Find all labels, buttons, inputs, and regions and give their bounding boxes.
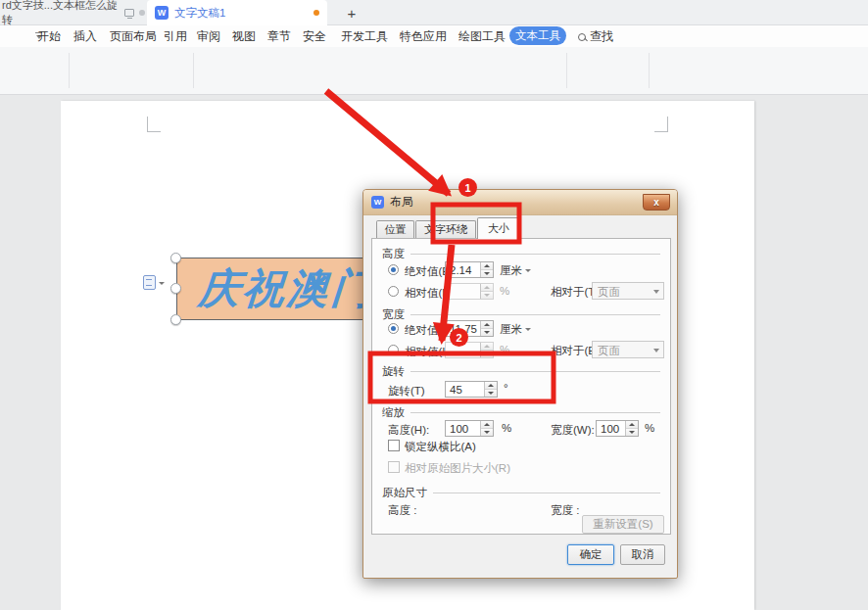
rotate-group-caption: 旋转 (382, 364, 660, 379)
find-button[interactable]: 查找 (578, 28, 613, 45)
ok-button[interactable]: 确定 (567, 544, 614, 565)
annotation-step-2: 2 (450, 328, 468, 347)
search-icon (578, 33, 586, 41)
degree-label: ° (504, 382, 508, 394)
spin-up-icon[interactable] (481, 321, 493, 328)
spin-down-icon[interactable] (481, 328, 493, 336)
ribbon-toolbar: A+ A- ab A A A A A A A A (0, 47, 868, 95)
menu-home[interactable]: 开始 (37, 28, 61, 45)
annotation-step-1: 1 (458, 178, 477, 197)
group-divider (649, 53, 650, 88)
spin-down-icon (481, 350, 493, 357)
tab-text-wrap[interactable]: 文字环绕 (415, 220, 476, 238)
margin-mark-top-left (147, 117, 161, 132)
menu-drawing-tools[interactable]: 绘图工具 (458, 28, 506, 45)
spin-up-icon (481, 284, 493, 291)
width-absolute-radio[interactable] (388, 323, 399, 334)
height-absolute-input[interactable]: 2.14 (445, 261, 494, 278)
tab-size[interactable]: 大小 (477, 217, 520, 239)
menu-view[interactable]: 视图 (232, 28, 256, 45)
spin-up-icon[interactable] (481, 421, 493, 428)
margin-mark-top-right (654, 117, 668, 132)
width-group-caption: 宽度 (382, 307, 660, 322)
menu-security[interactable]: 安全 (303, 28, 326, 45)
tab-previous-document[interactable]: rd文字技...文本框怎么旋转 (0, 0, 145, 25)
tab-text-tools[interactable]: 文本工具 (509, 26, 566, 45)
find-label: 查找 (590, 28, 613, 45)
relative-to-original-label: 相对原始图片大小(R) (405, 461, 510, 476)
tab-previous-label: rd文字技...文本框怎么旋转 (2, 0, 120, 27)
menu-insert[interactable]: 插入 (73, 28, 97, 45)
scale-width-input[interactable]: 100 (596, 420, 639, 437)
width-relative-radio[interactable] (388, 345, 399, 355)
spin-up-icon[interactable] (481, 262, 493, 269)
height-relative-input (445, 283, 494, 300)
menu-bar: 开始 插入 页面布局 引用 审阅 视图 章节 安全 开发工具 特色应用 绘图工具… (0, 25, 868, 47)
spin-up-icon (481, 343, 493, 350)
spin-up-icon[interactable] (485, 382, 497, 389)
scale-height-label: 高度(H): (388, 423, 429, 438)
resize-handle-middle-left[interactable] (170, 283, 181, 294)
dialog-title: 布局 (390, 194, 413, 211)
group-divider (193, 53, 194, 88)
unsaved-dot-icon (313, 10, 319, 16)
monitor-icon (124, 9, 134, 17)
relative-to-original-checkbox (388, 461, 400, 473)
wps-logo-icon: W (155, 6, 169, 20)
menu-references[interactable]: 引用 (164, 28, 187, 45)
scale-height-input[interactable]: 100 (445, 420, 494, 437)
width-percent-label: % (500, 344, 509, 355)
dialog-title-bar[interactable]: W 布局 (363, 190, 677, 215)
lock-aspect-ratio-label: 锁定纵横比(A) (405, 440, 476, 454)
height-relative-radio[interactable] (388, 286, 399, 297)
spin-down-icon[interactable] (481, 269, 493, 277)
cancel-button[interactable]: 取消 (620, 544, 665, 565)
dialog-close-button[interactable]: x (643, 194, 670, 211)
height-relative-to-dropdown: 页面 (592, 282, 664, 300)
tab-status-dot (139, 10, 145, 16)
layout-options-caret-icon[interactable] (159, 282, 165, 285)
menu-dev-tools[interactable]: 开发工具 (341, 28, 388, 45)
spin-down-icon[interactable] (626, 428, 638, 436)
scale-group-caption: 缩放 (382, 405, 660, 420)
wps-logo-icon: W (371, 196, 384, 209)
tab-active-document[interactable]: W 文字文稿1 (147, 0, 327, 25)
group-divider (69, 53, 70, 88)
scale-width-label: 宽度(W): (551, 423, 595, 438)
height-unit-dropdown[interactable]: 厘米 (500, 263, 531, 278)
new-tab-button[interactable]: + (341, 2, 362, 23)
tab-active-label: 文字文稿1 (174, 6, 308, 21)
menu-page-layout[interactable]: 页面布局 (110, 28, 157, 45)
original-width-label: 宽度 : (551, 503, 579, 518)
lock-aspect-ratio-checkbox[interactable] (388, 440, 400, 451)
rotation-label: 旋转(T) (388, 384, 425, 399)
menu-section[interactable]: 章节 (267, 28, 291, 45)
menu-special-features[interactable]: 特色应用 (400, 28, 447, 45)
width-relative-to-dropdown: 页面 (592, 341, 664, 358)
layout-dialog: W 布局 x 位置 文字环绕 大小 高度 绝对值(E) 2.14 厘米 相对值(… (362, 189, 678, 579)
resize-handle-bottom-left[interactable] (170, 314, 181, 325)
resize-handle-top-left[interactable] (170, 253, 181, 263)
tab-position[interactable]: 位置 (376, 220, 414, 238)
width-unit-dropdown[interactable]: 厘米 (500, 322, 531, 337)
size-tab-panel: 高度 绝对值(E) 2.14 厘米 相对值(L) % 相对于(T) 页面 宽度 … (371, 238, 671, 535)
height-absolute-radio[interactable] (388, 264, 399, 275)
original-size-caption: 原始尺寸 (382, 486, 660, 500)
scale-height-percent: % (502, 422, 511, 434)
group-divider (566, 53, 567, 88)
app-window: rd文字技...文本框怎么旋转 W 文字文稿1 + 开始 插入 页面布局 引用 … (0, 0, 868, 610)
rotation-input[interactable]: 45 (445, 381, 498, 398)
spin-down-icon[interactable] (485, 389, 497, 397)
spin-down-icon (481, 291, 493, 299)
reset-button: 重新设置(S) (582, 515, 664, 534)
height-group-caption: 高度 (382, 247, 660, 261)
spin-down-icon[interactable] (481, 428, 493, 436)
height-percent-label: % (500, 285, 509, 297)
original-height-label: 高度 : (388, 503, 416, 518)
spin-up-icon[interactable] (626, 421, 638, 428)
width-relative-label: 相对值(I) (405, 345, 449, 359)
menu-review[interactable]: 审阅 (197, 28, 220, 45)
scale-width-percent: % (645, 422, 654, 434)
browser-tab-bar: rd文字技...文本框怎么旋转 W 文字文稿1 + (0, 0, 868, 25)
layout-options-icon[interactable] (143, 275, 156, 290)
